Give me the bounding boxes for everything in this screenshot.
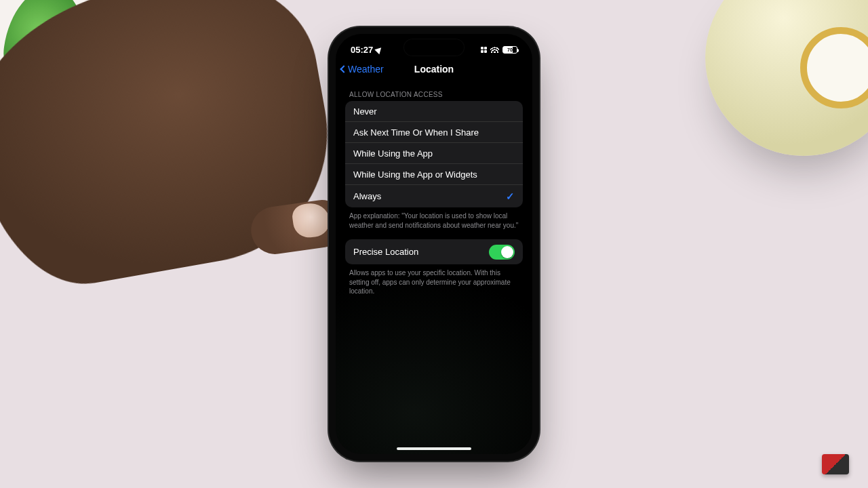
app-explanation-text: App explanation: "Your location is used … (349, 211, 519, 230)
option-ask-next-time[interactable]: Ask Next Time Or When I Share (345, 121, 523, 142)
precise-location-toggle[interactable] (489, 245, 515, 260)
nav-bar: Weather Location (336, 58, 532, 80)
option-label: Always (353, 191, 381, 201)
precise-location-footer: Allows apps to use your specific locatio… (349, 268, 519, 296)
status-time: 05:27 (351, 45, 373, 55)
option-label: While Using the App or Widgets (353, 169, 477, 180)
clock-face (800, 27, 868, 108)
iphone-frame: 05:27 70 Weather Location ALLOW LOCATIO (329, 27, 539, 461)
battery-level: 70 (507, 47, 513, 52)
option-label: Never (353, 106, 377, 117)
option-while-using-app-widgets[interactable]: While Using the App or Widgets (345, 163, 523, 184)
option-label: Ask Next Time Or When I Share (353, 127, 479, 138)
back-label: Weather (348, 64, 384, 75)
back-button[interactable]: Weather (341, 58, 384, 80)
iphone-screen: 05:27 70 Weather Location ALLOW LOCATIO (336, 34, 532, 454)
location-access-options: Never Ask Next Time Or When I Share Whil… (345, 101, 523, 207)
wifi-icon (490, 46, 499, 53)
option-label: While Using the App (353, 148, 433, 159)
option-never[interactable]: Never (345, 101, 523, 121)
hand-prop (0, 0, 348, 300)
settings-content: ALLOW LOCATION ACCESS Never Ask Next Tim… (336, 80, 532, 296)
desk-clock-prop (705, 0, 868, 156)
dynamic-island (404, 39, 464, 56)
battery-icon: 70 (502, 46, 517, 54)
channel-badge (822, 454, 849, 474)
precise-location-group: Precise Location (345, 239, 523, 264)
page-title: Location (414, 64, 454, 75)
chevron-left-icon (340, 65, 347, 73)
section-header-allow-location: ALLOW LOCATION ACCESS (349, 91, 519, 98)
precise-location-row[interactable]: Precise Location (345, 239, 523, 264)
location-services-icon (375, 45, 384, 54)
cellular-icon (481, 47, 487, 53)
option-always[interactable]: Always ✓ (345, 184, 523, 207)
precise-location-label: Precise Location (353, 247, 418, 257)
option-while-using-app[interactable]: While Using the App (345, 142, 523, 163)
checkmark-icon: ✓ (506, 190, 515, 203)
home-indicator[interactable] (397, 447, 471, 450)
